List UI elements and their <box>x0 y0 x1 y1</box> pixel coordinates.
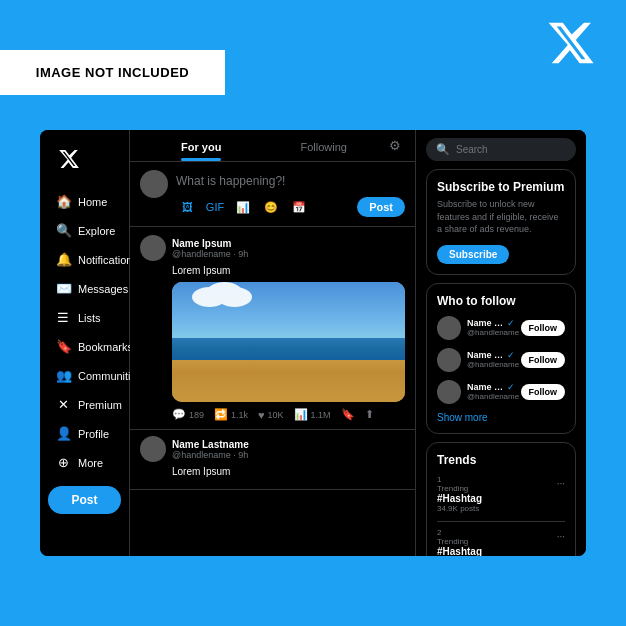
tweet-reply[interactable]: 💬 189 <box>172 408 204 421</box>
follow-name-verified-1: Name Lastname ✓ <box>467 318 515 328</box>
tweet-item: Name Ipsum @handlename · 9h Lorem Ipsum … <box>130 227 415 430</box>
premium-box: Subscribe to Premium Subscribe to unlock… <box>426 169 576 275</box>
share-icon: ⬆ <box>365 408 374 421</box>
compose-emoji-icon[interactable]: 😊 <box>260 196 282 218</box>
tweet-preview: Name Lastname @handlename · 9h Lorem Ips… <box>130 430 415 490</box>
tweet-retweet[interactable]: 🔁 1.1k <box>214 408 248 421</box>
follow-avatar-1 <box>437 316 461 340</box>
verified-badge-1: ✓ <box>507 318 515 328</box>
follow-button-2[interactable]: Follow <box>521 352 566 368</box>
follow-button-3[interactable]: Follow <box>521 384 566 400</box>
sidebar-x-logo <box>48 140 121 182</box>
compose-poll-icon[interactable]: 📊 <box>232 196 254 218</box>
communities-icon: 👥 <box>56 368 70 383</box>
post-button[interactable]: Post <box>48 486 121 514</box>
tweet-bookmark[interactable]: 🔖 <box>341 408 355 421</box>
premium-description: Subscribe to unlock new features and if … <box>437 198 565 236</box>
like-icon: ♥ <box>258 409 265 421</box>
notifications-icon: 🔔 <box>56 252 70 267</box>
bookmarks-icon: 🔖 <box>56 339 70 354</box>
trend-header-2: 2 Trending ··· <box>437 528 565 546</box>
who-to-follow-title: Who to follow <box>437 294 565 308</box>
tweet2-avatar <box>140 436 166 462</box>
trend-label-1: 1 Trending <box>437 475 468 493</box>
compose-placeholder[interactable]: What is happening?! <box>176 170 405 192</box>
sidebar-item-messages[interactable]: ✉️ Messages <box>48 275 121 302</box>
tweet-handle: @handlename · 9h <box>172 249 405 259</box>
tweet-views[interactable]: 📊 1.1M <box>294 408 331 421</box>
tweet-avatar <box>140 235 166 261</box>
tweet-image <box>172 282 405 402</box>
follow-avatar-3 <box>437 380 461 404</box>
follow-item-1: Name Lastname ✓ @handlename Follow <box>437 316 565 340</box>
feed: For you Following ⚙ What is happening?! … <box>130 130 416 556</box>
profile-icon: 👤 <box>56 426 70 441</box>
compose-area: What is happening?! 🖼 GIF 📊 😊 📅 Post <box>130 162 415 227</box>
sidebar-item-bookmarks[interactable]: 🔖 Bookmarks <box>48 333 121 360</box>
right-panel: 🔍 Search Subscribe to Premium Subscribe … <box>416 130 586 556</box>
tweet-user-info: Name Ipsum @handlename · 9h <box>172 238 405 259</box>
compose-schedule-icon[interactable]: 📅 <box>288 196 310 218</box>
trends-title: Trends <box>437 453 565 467</box>
premium-icon: ✕ <box>56 397 70 412</box>
trend-label-2: 2 Trending <box>437 528 468 546</box>
trend-posts-1: 34.9K posts <box>437 504 565 513</box>
follow-name-1: Name Lastname <box>467 318 505 328</box>
subscribe-button[interactable]: Subscribe <box>437 245 509 264</box>
sidebar-item-profile[interactable]: 👤 Profile <box>48 420 121 447</box>
search-placeholder: Search <box>456 144 488 155</box>
tab-for-you[interactable]: For you <box>140 131 263 161</box>
follow-info-3: Name Lastname ✓ @handlename <box>467 382 515 401</box>
compose-gif-icon[interactable]: GIF <box>204 196 226 218</box>
compose-image-icon[interactable]: 🖼 <box>176 196 198 218</box>
sidebar-item-premium[interactable]: ✕ Premium <box>48 391 121 418</box>
sidebar-item-notifications[interactable]: 🔔 Notifications <box>48 246 121 273</box>
trend-dots-1[interactable]: ··· <box>557 478 565 489</box>
sidebar-item-lists[interactable]: ☰ Lists <box>48 304 121 331</box>
search-icon: 🔍 <box>436 143 450 156</box>
sidebar: 🏠 Home 🔍 Explore 🔔 Notifications ✉️ Mess… <box>40 130 130 556</box>
tweet-like[interactable]: ♥ 10K <box>258 409 284 421</box>
tweet2-handle: @handlename · 9h <box>172 450 405 460</box>
trend-item-2: 2 Trending ··· #Hashtag 34.9K posts <box>437 528 565 556</box>
tweet2-body: Lorem Ipsum <box>172 466 405 477</box>
tweet-name: Name Ipsum <box>172 238 405 249</box>
tweet-share[interactable]: ⬆ <box>365 408 374 421</box>
x-logo-icon <box>546 18 596 68</box>
follow-name-3: Name Lastname <box>467 382 505 392</box>
image-not-included-badge: IMAGE NOT INCLUDED <box>0 50 225 95</box>
show-more-link[interactable]: Show more <box>437 412 565 423</box>
tweet2-user-info: Name Lastname @handlename · 9h <box>172 439 405 460</box>
trend-dots-2[interactable]: ··· <box>557 531 565 542</box>
tweet-body: Lorem Ipsum <box>172 265 405 276</box>
verified-badge-3: ✓ <box>507 382 515 392</box>
sidebar-item-home[interactable]: 🏠 Home <box>48 188 121 215</box>
who-to-follow-box: Who to follow Name Lastname ✓ @handlenam… <box>426 283 576 434</box>
follow-button-1[interactable]: Follow <box>521 320 566 336</box>
feed-tabs: For you Following ⚙ <box>130 130 415 162</box>
compose-post-button[interactable]: Post <box>357 197 405 217</box>
messages-icon: ✉️ <box>56 281 70 296</box>
settings-icon[interactable]: ⚙ <box>385 130 405 161</box>
twitter-ui-container: 🏠 Home 🔍 Explore 🔔 Notifications ✉️ Mess… <box>40 130 586 556</box>
tweet2-name: Name Lastname <box>172 439 405 450</box>
premium-title: Subscribe to Premium <box>437 180 565 194</box>
tweet-actions: 💬 189 🔁 1.1k ♥ 10K 📊 1.1M 🔖 <box>172 408 405 421</box>
tweet2-header: Name Lastname @handlename · 9h <box>140 436 405 462</box>
tweet-header: Name Ipsum @handlename · 9h <box>140 235 405 261</box>
sidebar-item-communities[interactable]: 👥 Communities <box>48 362 121 389</box>
compose-right: What is happening?! 🖼 GIF 📊 😊 📅 Post <box>176 170 405 218</box>
home-icon: 🏠 <box>56 194 70 209</box>
follow-info-2: Name Lastname ✓ @handlename <box>467 350 515 369</box>
compose-avatar <box>140 170 168 198</box>
follow-handle-3: @handlename <box>467 392 515 401</box>
trend-item-1: 1 Trending ··· #Hashtag 34.9K posts <box>437 475 565 513</box>
search-bar[interactable]: 🔍 Search <box>426 138 576 161</box>
tab-following[interactable]: Following <box>263 131 386 161</box>
follow-item-2: Name Lastname ✓ @handlename Follow <box>437 348 565 372</box>
explore-icon: 🔍 <box>56 223 70 238</box>
sidebar-item-explore[interactable]: 🔍 Explore <box>48 217 121 244</box>
sidebar-item-more[interactable]: ⊕ More <box>48 449 121 476</box>
follow-name-verified-2: Name Lastname ✓ <box>467 350 515 360</box>
trend-hashtag-1: #Hashtag <box>437 493 565 504</box>
